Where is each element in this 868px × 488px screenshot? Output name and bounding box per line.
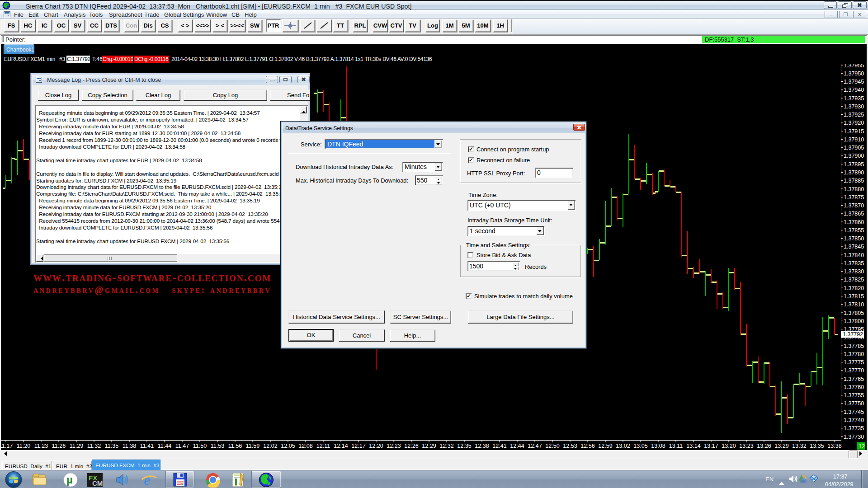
svg-text:12:32: 12:32 — [439, 443, 453, 449]
svg-text:1.37815: 1.37815 — [844, 293, 864, 300]
svg-text:13:05: 13:05 — [633, 443, 647, 449]
svg-text:11:23: 11:23 — [34, 443, 48, 449]
svg-text:1.37925: 1.37925 — [844, 112, 864, 118]
svg-text:µ: µ — [66, 474, 73, 486]
svg-text:13:29: 13:29 — [774, 443, 788, 449]
svg-text:11:41: 11:41 — [140, 443, 154, 449]
svg-text:12:17: 12:17 — [351, 443, 365, 449]
svg-text:1.37735: 1.37735 — [844, 425, 864, 432]
svg-text:1.37805: 1.37805 — [844, 310, 864, 316]
svg-text:13:38: 13:38 — [827, 443, 841, 449]
svg-text:1.37830: 1.37830 — [844, 268, 864, 275]
svg-text:13:02: 13:02 — [616, 443, 630, 449]
svg-text:1.37792: 1.37792 — [843, 331, 863, 338]
svg-text:12:41: 12:41 — [492, 443, 506, 449]
svg-text:11:44: 11:44 — [158, 443, 171, 449]
svg-text:1.37850: 1.37850 — [844, 235, 864, 242]
svg-text:12:20: 12:20 — [369, 443, 383, 449]
svg-text:13:08: 13:08 — [651, 443, 665, 449]
svg-text:11:35: 11:35 — [105, 443, 118, 449]
svg-text:12:29: 12:29 — [422, 443, 436, 449]
svg-text:1.37740: 1.37740 — [844, 417, 864, 423]
svg-text:CM: CM — [92, 479, 103, 487]
svg-text:1.37955: 1.37955 — [844, 64, 864, 69]
svg-text:13:11: 13:11 — [669, 443, 683, 449]
svg-text:12:14: 12:14 — [334, 443, 348, 449]
svg-text:e: e — [144, 472, 150, 488]
svg-text:1.37750: 1.37750 — [844, 400, 864, 407]
svg-text:12:50: 12:50 — [545, 443, 559, 449]
svg-text:11:56: 11:56 — [228, 443, 242, 449]
svg-text:12: 12 — [859, 443, 865, 450]
svg-text:12:35: 12:35 — [457, 443, 471, 449]
svg-text:1.37810: 1.37810 — [844, 301, 864, 308]
svg-text:1.37730: 1.37730 — [844, 434, 864, 440]
svg-text:12:26: 12:26 — [404, 443, 418, 449]
svg-text:1.37745: 1.37745 — [844, 409, 864, 415]
svg-text:12:38: 12:38 — [475, 443, 489, 449]
svg-text:13:23: 13:23 — [739, 443, 753, 449]
svg-text:1.37760: 1.37760 — [844, 384, 864, 390]
svg-text:13:14: 13:14 — [686, 443, 700, 449]
svg-text:1.37785: 1.37785 — [844, 343, 864, 349]
svg-text:11:59: 11:59 — [246, 443, 259, 449]
svg-text:11:32: 11:32 — [87, 443, 101, 449]
svg-text:13:20: 13:20 — [722, 443, 736, 449]
svg-text:1.37905: 1.37905 — [844, 145, 864, 151]
svg-text:12:47: 12:47 — [528, 443, 542, 449]
svg-text:1.37900: 1.37900 — [844, 153, 864, 159]
svg-text:64: 64 — [180, 483, 184, 486]
svg-text:1.37910: 1.37910 — [844, 136, 864, 143]
svg-text:11:50: 11:50 — [193, 443, 207, 449]
svg-text:12:05: 12:05 — [281, 443, 295, 449]
svg-text:11:47: 11:47 — [175, 443, 189, 449]
svg-text:1.37930: 1.37930 — [844, 103, 864, 110]
svg-text:13:35: 13:35 — [810, 443, 824, 449]
svg-text:1.37880: 1.37880 — [844, 186, 864, 192]
svg-text:1.37935: 1.37935 — [844, 95, 864, 102]
svg-text:12:53: 12:53 — [563, 443, 577, 449]
svg-text:1.37845: 1.37845 — [844, 244, 864, 250]
svg-text:1.37865: 1.37865 — [844, 211, 864, 217]
svg-text:11:17: 11:17 — [0, 443, 13, 449]
svg-text:1.37875: 1.37875 — [844, 194, 864, 201]
svg-text:1.37775: 1.37775 — [844, 359, 864, 366]
svg-text:1.37915: 1.37915 — [844, 128, 864, 135]
svg-text:1.37860: 1.37860 — [844, 219, 864, 225]
svg-text:13:26: 13:26 — [757, 443, 771, 449]
svg-text:11:29: 11:29 — [70, 443, 83, 449]
svg-text:1.37885: 1.37885 — [844, 178, 864, 184]
svg-text:1.37945: 1.37945 — [844, 79, 864, 85]
svg-text:12:02: 12:02 — [263, 443, 277, 449]
svg-text:1.37755: 1.37755 — [844, 392, 864, 399]
svg-text:1.37825: 1.37825 — [844, 277, 864, 283]
svg-text:1.37890: 1.37890 — [844, 169, 864, 176]
svg-text:12:59: 12:59 — [598, 443, 612, 449]
svg-text:1.37800: 1.37800 — [844, 318, 864, 324]
svg-text:1.37820: 1.37820 — [844, 285, 864, 291]
svg-text:1.37870: 1.37870 — [844, 202, 864, 209]
svg-text:1.37770: 1.37770 — [844, 367, 864, 374]
svg-text:1.37840: 1.37840 — [844, 252, 864, 258]
svg-text:1.37765: 1.37765 — [844, 376, 864, 382]
svg-text:13:32: 13:32 — [792, 443, 806, 449]
svg-text:1.37950: 1.37950 — [844, 70, 864, 77]
svg-text:12:23: 12:23 — [387, 443, 401, 449]
svg-text:1.37855: 1.37855 — [844, 227, 864, 234]
svg-text:1.37895: 1.37895 — [844, 161, 864, 168]
svg-text:13:17: 13:17 — [704, 443, 718, 449]
svg-text:1.37940: 1.37940 — [844, 87, 864, 93]
svg-text:12:08: 12:08 — [298, 443, 312, 449]
svg-text:11:20: 11:20 — [17, 443, 30, 449]
svg-text:1.37780: 1.37780 — [844, 351, 864, 357]
svg-text:12:11: 12:11 — [316, 443, 330, 449]
svg-text:1.37835: 1.37835 — [844, 260, 864, 267]
svg-text:1.37920: 1.37920 — [844, 120, 864, 126]
svg-text:12:56: 12:56 — [580, 443, 594, 449]
svg-text:11:38: 11:38 — [123, 443, 136, 449]
svg-text:12:44: 12:44 — [510, 443, 524, 449]
svg-text:11:26: 11:26 — [52, 443, 66, 449]
svg-text:11:53: 11:53 — [211, 443, 224, 449]
